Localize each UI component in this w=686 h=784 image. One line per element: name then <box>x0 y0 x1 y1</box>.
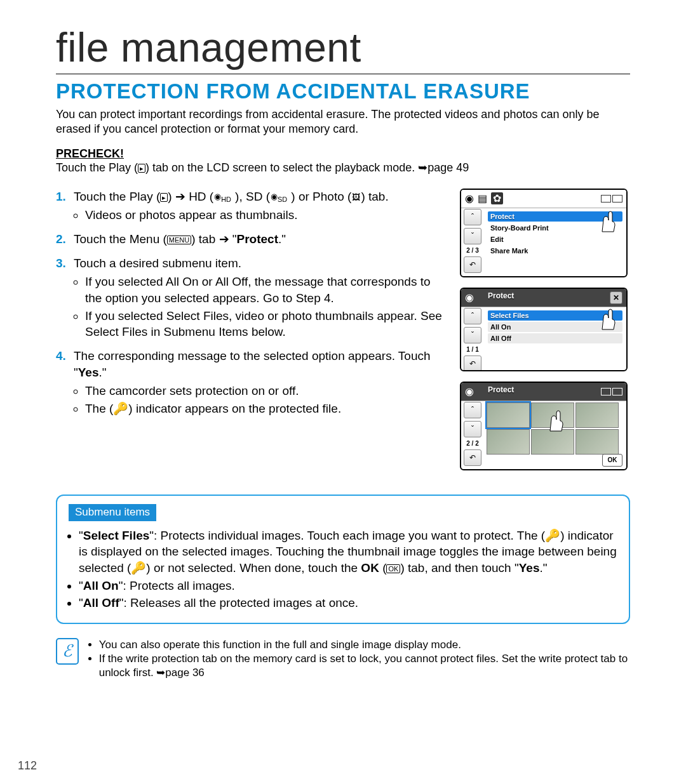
lcd-screenshot-3: ◉ Protect ˆ ˇ 2 / 2 ↶ <box>460 382 628 470</box>
step-4-sub-2: The (🔑) indicator appears on the protect… <box>85 401 447 417</box>
up-button[interactable]: ˆ <box>464 308 481 324</box>
up-button[interactable]: ˆ <box>464 402 481 418</box>
hd-icon: ◉HD <box>213 191 232 204</box>
page-count: 1 / 1 <box>461 346 484 353</box>
submenu-all-off[interactable]: All Off <box>488 333 622 343</box>
step-3-sub-1: If you selected All On or All Off, the m… <box>85 274 447 306</box>
play-mode-icon: ◉ <box>465 291 474 303</box>
back-button[interactable]: ↶ <box>464 256 481 273</box>
steps-column: 1. Touch the Play (▸) ➔ HD (◉HD ), SD (◉… <box>56 189 447 481</box>
play-icon: ▸ <box>160 193 168 202</box>
submenu-item-all-off: "All Off": Releases all the protected im… <box>79 595 617 611</box>
page-count: 2 / 3 <box>461 247 484 254</box>
play-mode-icon: ◉ <box>465 385 474 397</box>
thumbnail[interactable] <box>575 429 619 455</box>
ok-button[interactable]: OK <box>602 454 622 467</box>
lcd-screenshot-1: ◉ ▤ ✿ ˆ ˇ 2 / 3 ↶ Protect Story-Board Pr… <box>460 189 628 277</box>
submenu-box: Submenu items "Select Files": Protects i… <box>56 495 630 624</box>
down-button[interactable]: ˇ <box>464 327 481 343</box>
step-4: 4. The corresponding message to the sele… <box>56 348 447 417</box>
down-button[interactable]: ˇ <box>464 421 481 437</box>
note-2: If the write protection tab on the memor… <box>99 652 630 680</box>
photo-icon: 🖼 <box>351 192 361 203</box>
lcd-screenshot-2: ◉ Protect ✕ ˆ ˇ 1 / 1 ↶ Select Files All… <box>460 288 628 371</box>
page-count: 2 / 2 <box>461 440 484 447</box>
thumbnail[interactable] <box>575 402 619 428</box>
up-button[interactable]: ˆ <box>464 209 481 225</box>
precheck-body: Touch the Play (▸) tab on the LCD screen… <box>56 161 469 174</box>
battery-icon <box>601 195 622 203</box>
down-button[interactable]: ˇ <box>464 228 481 244</box>
step-3: 3. Touch a desired submenu item. If you … <box>56 255 447 340</box>
note-block: ℰ You can also operate this function in … <box>56 638 630 680</box>
sd-icon: ◉SD <box>270 191 288 204</box>
list-icon: ▤ <box>478 192 487 204</box>
page-number: 112 <box>18 759 37 773</box>
menu-icon: MENU <box>167 236 191 244</box>
precheck-block: PRECHECK! Touch the Play (▸) tab on the … <box>56 147 630 175</box>
step-4-sub-1: The camcorder sets protection on or off. <box>85 383 447 399</box>
menu-row-protect[interactable]: Protect <box>488 211 622 222</box>
back-button[interactable]: ↶ <box>464 355 481 371</box>
step-1-sub: Videos or photos appear as thumbnails. <box>85 207 447 223</box>
note-icon: ℰ <box>56 638 79 665</box>
submenu-select-files[interactable]: Select Files <box>488 310 622 321</box>
menu-row-edit[interactable]: Edit <box>488 234 622 244</box>
submenu-tag: Submenu items <box>69 504 156 521</box>
menu-row-storyboard[interactable]: Story-Board Print <box>488 223 622 233</box>
gear-icon: ✿ <box>491 192 503 204</box>
submenu-item-all-on: "All On": Protects all images. <box>79 578 617 594</box>
battery-icon <box>601 388 622 395</box>
intro-text: You can protect important recordings fro… <box>56 107 630 137</box>
menu-row-sharemark[interactable]: Share Mark <box>488 246 622 256</box>
thumbnail[interactable] <box>531 429 574 455</box>
section-title: PROTECTION FROM ACCIDENTAL ERASURE <box>56 79 630 103</box>
ok-icon: OK <box>386 564 400 573</box>
lcd3-title: Protect <box>488 385 514 394</box>
precheck-label: PRECHECK! <box>56 147 124 160</box>
thumbnail[interactable] <box>487 402 530 428</box>
play-mode-icon: ◉ <box>465 192 474 204</box>
step-2: 2. Touch the Menu (MENU) tab ➔ "Protect.… <box>56 231 447 248</box>
back-button[interactable]: ↶ <box>464 449 481 466</box>
chapter-title: file management <box>56 24 630 74</box>
play-icon: ▸ <box>138 164 145 173</box>
submenu-item-select-files: "Select Files": Protects individual imag… <box>79 528 617 576</box>
thumbnail[interactable] <box>531 402 574 428</box>
step-1: 1. Touch the Play (▸) ➔ HD (◉HD ), SD (◉… <box>56 189 447 223</box>
note-1: You can also operate this function in th… <box>99 638 630 652</box>
step-3-sub-2: If you selected Select Files, video or p… <box>85 308 447 340</box>
lcd2-title: Protect <box>488 291 514 300</box>
close-button[interactable]: ✕ <box>610 291 622 304</box>
thumbnail[interactable] <box>487 429 530 455</box>
submenu-all-on[interactable]: All On <box>488 322 622 332</box>
